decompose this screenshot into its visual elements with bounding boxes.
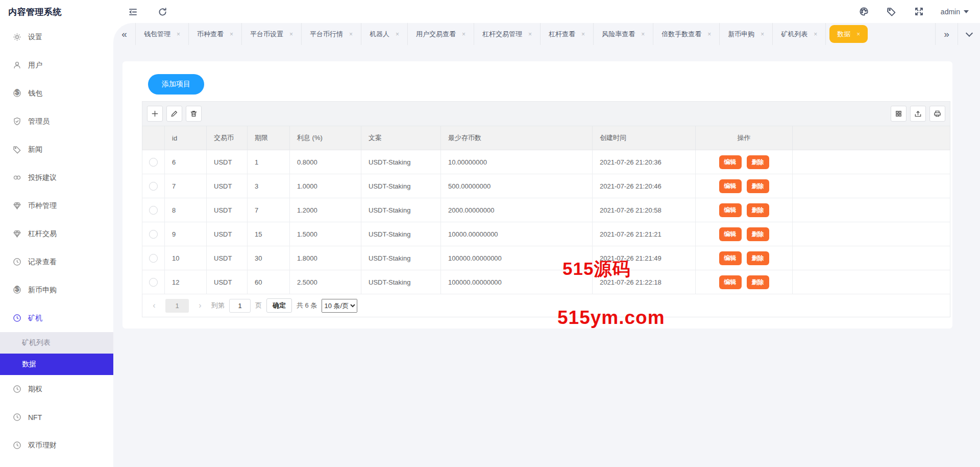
- tab-coin-view[interactable]: 币种查看×: [189, 23, 242, 45]
- coin-icon: [13, 89, 21, 98]
- tab-robot[interactable]: 机器人×: [361, 23, 408, 45]
- tab-platform-coin-settings[interactable]: 平台币设置×: [242, 23, 302, 45]
- column-header: 操作: [696, 126, 793, 150]
- table-row: 7USDT31.0000USDT-Staking500.000000002021…: [142, 174, 950, 198]
- close-tab-icon[interactable]: ×: [177, 31, 180, 38]
- edit-row-icon[interactable]: [166, 106, 182, 122]
- sidebar-item-new-coin[interactable]: 新币申购: [0, 276, 113, 304]
- delete-button[interactable]: 删除: [747, 275, 769, 289]
- tab-miner-list[interactable]: 矿机列表×: [773, 23, 826, 45]
- export-icon[interactable]: [910, 106, 926, 122]
- app-header: 内容管理系统 admin: [0, 0, 980, 23]
- delete-button[interactable]: 删除: [747, 155, 769, 169]
- tab-miner-data[interactable]: 数据×: [829, 25, 868, 43]
- cell-copy: USDT-Staking: [361, 174, 441, 198]
- sidebar-item-feedback[interactable]: 投拆建议: [0, 164, 113, 192]
- refresh-icon[interactable]: [156, 6, 168, 18]
- tab-platform-coin-market[interactable]: 平台币行情×: [302, 23, 361, 45]
- collapse-menu-icon[interactable]: [127, 6, 139, 18]
- close-tab-icon[interactable]: ×: [289, 31, 293, 38]
- row-radio-button[interactable]: [149, 182, 158, 191]
- tab-risk-rate-view[interactable]: 风险率查看×: [594, 23, 653, 45]
- row-radio-button[interactable]: [149, 158, 158, 167]
- row-radio-button[interactable]: [149, 278, 158, 287]
- gear-icon: [13, 33, 21, 41]
- sidebar-item-settings[interactable]: 设置: [0, 23, 113, 51]
- sidebar-item-news[interactable]: 新闻: [0, 135, 113, 164]
- tab-multiple-lots-view[interactable]: 倍数手数查看×: [653, 23, 720, 45]
- print-icon[interactable]: [929, 106, 945, 122]
- close-tab-icon[interactable]: ×: [349, 31, 353, 38]
- actions-cell: 编辑删除: [696, 174, 793, 198]
- edit-button[interactable]: 编辑: [719, 227, 742, 241]
- delete-button[interactable]: 删除: [747, 227, 769, 241]
- page-size-select[interactable]: 10 条/页: [322, 299, 357, 313]
- sidebar: 设置用户钱包管理员新闻投拆建议币种管理杠杆交易记录查看新币申购矿机矿机列表数据期…: [0, 23, 113, 467]
- sidebar-item-wallet[interactable]: 钱包: [0, 79, 113, 107]
- tabs-scroll-left-icon[interactable]: «: [113, 23, 136, 45]
- close-tab-icon[interactable]: ×: [396, 31, 399, 38]
- theme-palette-icon[interactable]: [858, 6, 870, 18]
- tab-leverage-trade-manage[interactable]: 杠杆交易管理×: [474, 23, 541, 45]
- user-menu[interactable]: admin: [941, 8, 969, 16]
- close-tab-icon[interactable]: ×: [856, 31, 860, 38]
- edit-button[interactable]: 编辑: [719, 155, 742, 169]
- close-tab-icon[interactable]: ×: [230, 31, 233, 38]
- row-radio-button[interactable]: [149, 254, 158, 263]
- table-row: 10USDT301.8000USDT-Staking100000.0000000…: [142, 246, 950, 270]
- radio-cell: [142, 270, 165, 294]
- tag-icon[interactable]: [886, 6, 898, 18]
- edit-button[interactable]: 编辑: [719, 179, 742, 193]
- fullscreen-icon[interactable]: [913, 6, 925, 18]
- close-tab-icon[interactable]: ×: [761, 31, 764, 38]
- close-tab-icon[interactable]: ×: [528, 31, 532, 38]
- tab-label: 币种查看: [197, 30, 224, 39]
- tab-user-trade-view[interactable]: 用户交易查看×: [408, 23, 474, 45]
- sidebar-item-users[interactable]: 用户: [0, 51, 113, 79]
- sidebar-item-options[interactable]: 期权: [0, 375, 113, 403]
- sidebar-item-nft[interactable]: NFT: [0, 403, 113, 431]
- sidebar-item-admins[interactable]: 管理员: [0, 107, 113, 135]
- prev-page-icon[interactable]: ‹: [148, 301, 161, 310]
- sidebar-item-leverage[interactable]: 杠杆交易: [0, 220, 113, 248]
- current-page-button[interactable]: 1: [165, 299, 189, 313]
- tabs-dropdown-icon[interactable]: [958, 23, 980, 45]
- tab-label: 杠杆查看: [549, 30, 575, 39]
- close-tab-icon[interactable]: ×: [462, 31, 465, 38]
- sidebar-item-records[interactable]: 记录查看: [0, 248, 113, 276]
- tab-wallet-manage[interactable]: 钱包管理×: [136, 23, 189, 45]
- confirm-page-button[interactable]: 确定: [266, 298, 292, 313]
- close-tab-icon[interactable]: ×: [641, 31, 645, 38]
- add-item-button[interactable]: 添加项目: [148, 74, 204, 95]
- cell-interest: 1.0000: [290, 174, 361, 198]
- close-tab-icon[interactable]: ×: [814, 31, 817, 38]
- sidebar-item-miner[interactable]: 矿机: [0, 304, 113, 332]
- sidebar-item-coin-manage[interactable]: 币种管理: [0, 192, 113, 220]
- edit-button[interactable]: 编辑: [719, 203, 742, 217]
- close-tab-icon[interactable]: ×: [707, 31, 711, 38]
- diamond-icon: [13, 201, 21, 210]
- sidebar-subitem-miner-list[interactable]: 矿机列表: [0, 332, 113, 354]
- sidebar-item-label: 数据: [22, 360, 36, 369]
- columns-icon[interactable]: [891, 106, 906, 122]
- delete-button[interactable]: 删除: [747, 179, 769, 193]
- tag-icon: [13, 145, 21, 154]
- page-number-input[interactable]: [229, 299, 251, 313]
- edit-button[interactable]: 编辑: [719, 251, 742, 265]
- delete-row-icon[interactable]: [186, 106, 202, 122]
- close-tab-icon[interactable]: ×: [581, 31, 585, 38]
- tab-label: 倍数手数查看: [662, 30, 701, 39]
- sidebar-item-dual-finance[interactable]: 双币理财: [0, 431, 113, 459]
- edit-button[interactable]: 编辑: [719, 275, 742, 289]
- add-row-icon[interactable]: [147, 106, 163, 122]
- table-row: 9USDT151.5000USDT-Staking10000.000000002…: [142, 222, 950, 246]
- next-page-icon[interactable]: ›: [193, 301, 207, 310]
- tab-new-coin-subscribe[interactable]: 新币申购×: [720, 23, 773, 45]
- tabs-overflow-icon[interactable]: »: [935, 23, 958, 45]
- row-radio-button[interactable]: [149, 206, 158, 215]
- row-radio-button[interactable]: [149, 230, 158, 239]
- sidebar-subitem-miner-data[interactable]: 数据: [0, 354, 113, 375]
- delete-button[interactable]: 删除: [747, 203, 769, 217]
- tab-leverage-view[interactable]: 杠杆查看×: [541, 23, 594, 45]
- delete-button[interactable]: 删除: [747, 251, 769, 265]
